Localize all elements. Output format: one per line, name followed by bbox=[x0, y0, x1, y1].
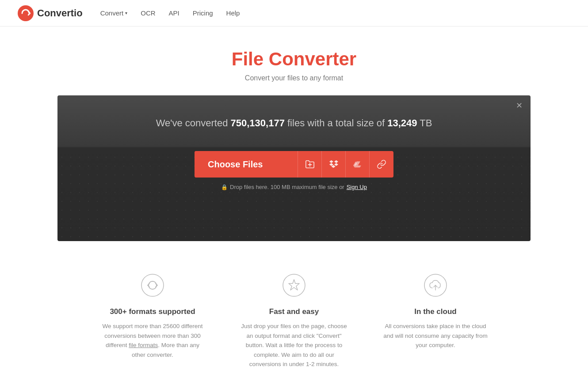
navbar: Convertio Convert ▾ OCR API Pricing Help bbox=[0, 0, 588, 26]
upload-from-dropbox-button[interactable] bbox=[322, 151, 346, 178]
google-drive-icon bbox=[353, 159, 363, 169]
logo-link[interactable]: Convertio bbox=[18, 5, 83, 21]
nav-menu: Convert ▾ OCR API Pricing Help bbox=[100, 9, 240, 17]
link-icon bbox=[377, 159, 386, 169]
svg-point-0 bbox=[18, 5, 34, 21]
upload-box: ✕ We've converted 750,130,177 files with… bbox=[57, 95, 531, 241]
stats-mid: files with a total size of bbox=[285, 117, 387, 129]
drop-info-text: Drop files here. 100 MB maximum file siz… bbox=[230, 184, 344, 190]
file-formats-link[interactable]: file formats bbox=[129, 342, 158, 348]
nav-item-ocr[interactable]: OCR bbox=[141, 9, 155, 17]
hero-section: File Converter Convert your files to any… bbox=[0, 26, 588, 95]
sign-up-link[interactable]: Sign Up bbox=[347, 184, 367, 190]
stats-suffix: TB bbox=[417, 117, 432, 129]
nav-item-convert[interactable]: Convert ▾ bbox=[100, 9, 128, 17]
features-section: 300+ formats supported We support more t… bbox=[29, 241, 559, 378]
cloud-upload-icon bbox=[424, 273, 447, 297]
close-button[interactable]: ✕ bbox=[516, 102, 523, 110]
chevron-down-icon: ▾ bbox=[125, 11, 127, 15]
hero-subtitle: Convert your files to any format bbox=[9, 74, 579, 82]
upload-from-computer-button[interactable] bbox=[298, 151, 322, 178]
feature-cloud-title: In the cloud bbox=[382, 307, 489, 316]
feature-cloud-desc: All conversions take place in the cloud … bbox=[382, 321, 489, 350]
feature-formats-desc: We support more than 25600 different con… bbox=[99, 321, 206, 359]
feature-fast-icon bbox=[281, 272, 307, 299]
lock-icon: 🔒 bbox=[221, 184, 228, 190]
upload-icons bbox=[298, 151, 393, 178]
nav-link-pricing[interactable]: Pricing bbox=[193, 9, 213, 17]
feature-fast-desc: Just drop your files on the page, choose… bbox=[241, 321, 347, 369]
logo-icon bbox=[18, 5, 34, 21]
upload-controls: Choose Files bbox=[57, 142, 531, 204]
nav-link-convert[interactable]: Convert ▾ bbox=[100, 9, 128, 17]
feature-formats-title: 300+ formats supported bbox=[99, 307, 206, 316]
svg-point-3 bbox=[141, 274, 164, 296]
feature-cloud: In the cloud All conversions take place … bbox=[382, 272, 489, 369]
logo-text: Convertio bbox=[37, 8, 83, 19]
nav-link-ocr[interactable]: OCR bbox=[141, 9, 155, 17]
nav-item-pricing[interactable]: Pricing bbox=[193, 9, 213, 17]
refresh-icon bbox=[141, 273, 164, 297]
svg-marker-5 bbox=[289, 280, 299, 290]
feature-fast: Fast and easy Just drop your files on th… bbox=[241, 272, 347, 369]
feature-formats: 300+ formats supported We support more t… bbox=[99, 272, 206, 369]
page-title: File Converter bbox=[9, 49, 579, 70]
nav-link-api[interactable]: API bbox=[169, 9, 179, 17]
upload-from-drive-button[interactable] bbox=[346, 151, 370, 178]
folder-icon bbox=[305, 159, 315, 169]
svg-point-4 bbox=[283, 274, 305, 296]
stats-size: 13,249 bbox=[387, 117, 417, 129]
upload-section: ✕ We've converted 750,130,177 files with… bbox=[51, 95, 537, 241]
feature-formats-icon bbox=[139, 272, 166, 299]
dropbox-icon bbox=[329, 159, 339, 169]
stats-files: 750,130,177 bbox=[231, 117, 285, 129]
nav-link-help[interactable]: Help bbox=[226, 9, 240, 17]
upload-from-url-button[interactable] bbox=[370, 151, 393, 178]
choose-files-button[interactable]: Choose Files bbox=[195, 151, 298, 178]
choose-btn-wrapper: Choose Files bbox=[195, 151, 393, 178]
stats-prefix: We've converted bbox=[156, 117, 231, 129]
nav-item-api[interactable]: API bbox=[169, 9, 179, 17]
nav-item-help[interactable]: Help bbox=[226, 9, 240, 17]
feature-fast-title: Fast and easy bbox=[241, 307, 347, 316]
star-icon bbox=[282, 273, 306, 297]
drop-info: 🔒 Drop files here. 100 MB maximum file s… bbox=[221, 184, 367, 190]
stats-banner: We've converted 750,130,177 files with a… bbox=[57, 95, 531, 142]
feature-cloud-icon bbox=[422, 272, 449, 299]
